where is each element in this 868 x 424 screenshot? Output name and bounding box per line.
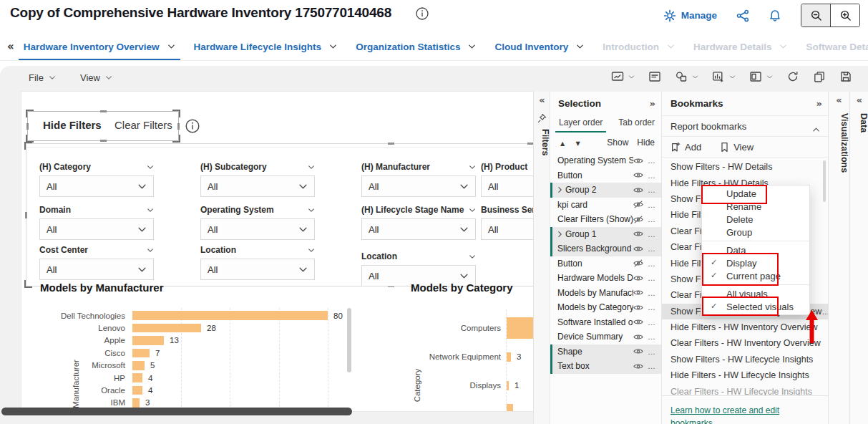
slicer-dropdown[interactable]: All <box>361 218 476 240</box>
layer-item[interactable]: Group 1 … <box>550 227 662 242</box>
visibility-eye-icon[interactable] <box>633 230 643 238</box>
bar[interactable] <box>507 352 511 362</box>
chevron-down-icon[interactable] <box>766 74 773 80</box>
chevron-down-icon[interactable] <box>308 208 315 213</box>
more-options-icon[interactable]: … <box>648 158 656 163</box>
more-options-icon[interactable]: … <box>648 261 656 266</box>
more-options-icon[interactable]: … <box>648 349 656 355</box>
bar-row[interactable]: Computers <box>401 314 533 342</box>
collapse-pane-icon[interactable]: » <box>650 98 655 109</box>
bar-row[interactable]: Cisco 7 <box>30 347 366 359</box>
visibility-eye-icon[interactable] <box>633 245 643 253</box>
bar-row[interactable]: Apple 13 <box>30 334 366 347</box>
more-options-icon[interactable]: … <box>648 187 656 193</box>
layer-item[interactable]: Models by Category … <box>550 300 662 315</box>
info-icon[interactable] <box>185 118 200 137</box>
shapes-icon[interactable] <box>675 71 698 82</box>
show-all-button[interactable]: Show <box>607 138 628 148</box>
chevron-down-icon[interactable] <box>469 254 476 259</box>
expand-pane-icon[interactable]: « <box>850 95 868 105</box>
more-options-icon[interactable]: … <box>648 216 656 222</box>
bookmark-item[interactable]: Clear Filters - HW Lifecycle Insights … <box>662 383 829 395</box>
visibility-eye-icon[interactable] <box>633 304 643 312</box>
more-options-icon[interactable]: … <box>648 334 656 339</box>
filters-pane-label[interactable]: Filters <box>534 129 550 156</box>
more-options-icon[interactable]: … <box>648 290 656 296</box>
bar[interactable] <box>132 373 142 382</box>
slicer-dropdown[interactable]: All <box>200 175 315 197</box>
bar-row[interactable]: Microsoft 5 <box>30 360 366 372</box>
collapse-section-icon[interactable] <box>812 122 820 135</box>
expand-group-icon[interactable] <box>557 186 565 193</box>
bookmarks-scrollbar[interactable] <box>823 160 826 202</box>
tabs-scroll-left-icon[interactable]: « <box>7 40 14 53</box>
more-options-icon[interactable]: … <box>648 173 656 178</box>
bar[interactable] <box>507 381 509 390</box>
add-bookmark-button[interactable]: Add <box>670 142 701 153</box>
layer-item[interactable]: Hardware Models De... … <box>550 271 662 286</box>
chevron-down-icon[interactable] <box>147 165 154 170</box>
chevron-down-icon[interactable] <box>469 165 476 170</box>
layer-item[interactable]: Group 2 … <box>550 183 662 198</box>
zoom-in-button[interactable] <box>831 4 859 26</box>
chevron-down-icon[interactable] <box>667 44 675 49</box>
hide-filters-button[interactable]: Hide Filters <box>43 119 102 131</box>
move-down-icon[interactable]: ▼ <box>576 140 580 147</box>
filter-buttons-selection[interactable]: Hide Filters Clear Filters <box>27 111 179 141</box>
bookmark-item[interactable]: Clear Filters - HW Inventory Overview … <box>662 335 829 351</box>
visibility-eye-icon[interactable] <box>633 274 643 282</box>
clear-filters-button[interactable]: Clear Filters <box>114 119 172 131</box>
visibility-eye-icon[interactable] <box>633 186 643 194</box>
layer-item[interactable]: Shape … <box>550 344 662 360</box>
bar[interactable] <box>507 317 533 339</box>
context-menu-item[interactable]: ✓ Current page <box>702 269 809 282</box>
more-options-icon[interactable]: … <box>648 275 656 281</box>
more-options-icon[interactable]: … <box>648 319 656 325</box>
chevron-down-icon[interactable] <box>729 74 736 80</box>
expand-group-icon[interactable] <box>557 231 565 238</box>
text-box-icon[interactable] <box>648 71 661 82</box>
layer-item[interactable]: Models by Manufact... … <box>550 286 662 301</box>
more-options-icon[interactable]: … <box>648 363 656 369</box>
bar[interactable] <box>132 361 145 370</box>
visibility-eye-icon[interactable] <box>633 362 643 370</box>
slicer-dropdown[interactable]: All <box>200 259 315 280</box>
bookmark-item[interactable]: Show Filters - HW Lifecycle Insights … <box>662 352 829 367</box>
bar[interactable] <box>132 349 150 358</box>
bar-row[interactable]: HP 4 <box>30 372 366 384</box>
context-menu-item[interactable]: ✓ Display <box>702 256 809 269</box>
info-icon[interactable] <box>415 6 429 24</box>
more-options-icon[interactable]: … <box>648 246 656 251</box>
notifications-bell-icon[interactable] <box>769 9 781 22</box>
chevron-down-icon[interactable] <box>147 248 154 253</box>
visibility-eye-icon[interactable] <box>633 259 643 267</box>
models-by-manufacturer-chart[interactable]: Models by Manufacturer Dell Technologies… <box>30 281 366 411</box>
visibility-eye-icon[interactable] <box>633 216 643 223</box>
collapse-pane-icon[interactable]: » <box>816 98 822 109</box>
chevron-down-icon[interactable] <box>308 165 315 170</box>
file-menu[interactable]: File <box>29 72 56 83</box>
expand-pane-icon[interactable]: « <box>829 95 849 105</box>
view-bookmarks-button[interactable]: View <box>720 142 754 153</box>
chevron-down-icon[interactable] <box>308 248 315 253</box>
context-menu-item[interactable]: ✓ Data <box>702 244 809 256</box>
layer-item[interactable]: Software Installed on ... … <box>550 315 662 330</box>
page-view-icon[interactable] <box>749 71 773 82</box>
visibility-eye-icon[interactable] <box>633 171 643 179</box>
chevron-down-icon[interactable] <box>147 208 154 213</box>
chevron-down-icon[interactable] <box>628 74 635 80</box>
bar-row[interactable]: Dell Technologies 80 <box>30 309 366 322</box>
bar[interactable] <box>132 386 142 395</box>
slicer-dropdown[interactable]: All <box>361 175 476 197</box>
chevron-down-icon[interactable] <box>576 44 584 49</box>
visibility-eye-icon[interactable] <box>633 347 643 355</box>
bookmark-item[interactable]: Hide Filters - HW Inventory Overview … <box>662 319 829 335</box>
context-menu-item[interactable]: ✓ Group <box>702 226 809 238</box>
bookmark-item[interactable]: Hide Filters - HW Lifecycle Insights … <box>662 367 829 383</box>
visibility-eye-icon[interactable] <box>633 157 643 165</box>
chevron-down-icon[interactable] <box>692 74 698 80</box>
layer-item[interactable]: Button … <box>550 168 662 183</box>
context-menu-item[interactable]: ✓ Delete <box>702 213 809 226</box>
chevron-down-icon[interactable] <box>167 44 175 49</box>
tab-layer-order[interactable]: Layer order <box>559 117 603 127</box>
